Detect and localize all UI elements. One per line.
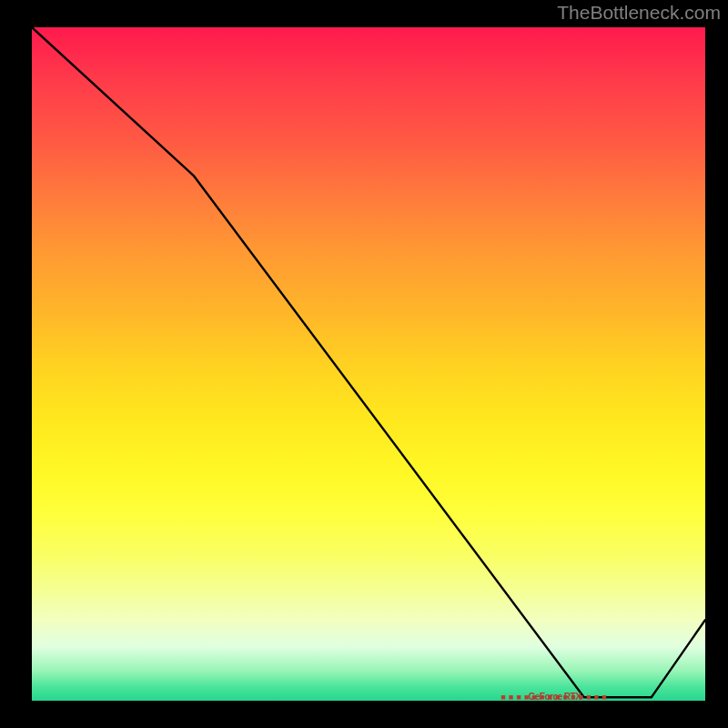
- chart-container: TheBottleneck.com GeForce RTX: [0, 0, 728, 728]
- chart-marker-point: [594, 695, 598, 699]
- chart-svg: [32, 27, 705, 701]
- chart-marker-point: [587, 695, 591, 699]
- watermark-text: TheBottleneck.com: [557, 2, 721, 24]
- chart-marker-point: [501, 695, 505, 699]
- chart-line: [32, 27, 705, 697]
- chart-marker-point: [602, 695, 606, 699]
- chart-marker-point: [509, 695, 512, 699]
- chart-marker-point: [517, 695, 521, 699]
- chart-marker-label: GeForce RTX: [529, 692, 581, 702]
